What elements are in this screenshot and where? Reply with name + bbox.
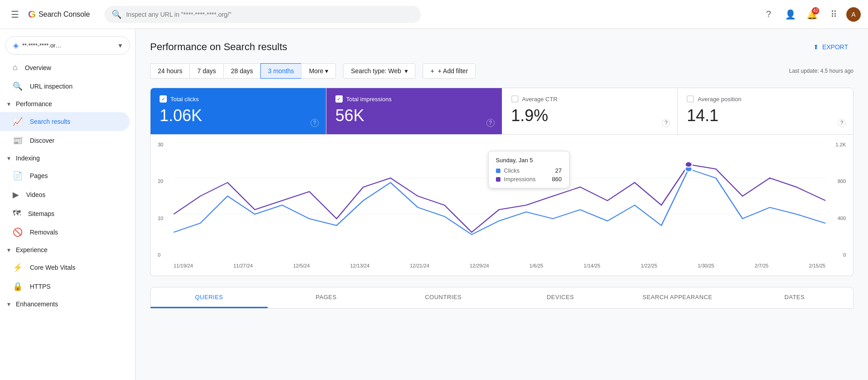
sidebar-item-label: Search results <box>30 118 70 125</box>
topbar-right: ? 👤 🔔 42 ⠿ A <box>760 5 861 23</box>
x-label: 2/15/25 <box>809 263 826 268</box>
filter-7d[interactable]: 7 days <box>189 63 223 79</box>
svg-point-5 <box>685 162 692 167</box>
tab-countries[interactable]: COUNTRIES <box>385 287 502 308</box>
sidebar-section-indexing[interactable]: ▾ Indexing <box>0 150 135 166</box>
export-button[interactable]: ⬆ EXPORT <box>808 40 854 54</box>
ctr-label: Average CTR <box>522 96 558 103</box>
y-label: 20 <box>158 178 171 184</box>
apps-button[interactable]: ⠿ <box>825 5 843 23</box>
notifications-button[interactable]: 🔔 42 <box>803 5 821 23</box>
sidebar-item-pages[interactable]: 📄 Pages <box>0 166 130 185</box>
section-label: Experience <box>16 246 47 253</box>
sidebar-item-url-inspection[interactable]: 🔍 URL inspection <box>0 77 130 96</box>
main-content: Performance on Search results ⬆ EXPORT 2… <box>136 29 868 380</box>
sidebar-item-label: HTTPS <box>30 283 51 290</box>
position-help-button[interactable]: ? <box>838 119 846 127</box>
main-layout: ◈ **·****-****.or… ▾ ⌂ Overview 🔍 URL in… <box>0 29 868 380</box>
tab-dates[interactable]: DATES <box>736 287 853 308</box>
sidebar-item-https[interactable]: 🔒 HTTPS <box>0 277 130 296</box>
y-label: 10 <box>158 216 171 221</box>
accounts-button[interactable]: 👤 <box>781 5 799 23</box>
sidebar-item-sitemaps[interactable]: 🗺 Sitemaps <box>0 204 130 223</box>
tooltip-clicks-label: Clicks <box>504 167 552 174</box>
sidebar-item-removals[interactable]: 🚫 Removals <box>0 223 130 242</box>
clicks-value: 1.06K <box>160 106 317 125</box>
impressions-help-button[interactable]: ? <box>486 119 495 127</box>
position-label: Average position <box>698 96 741 103</box>
filter-28d[interactable]: 28 days <box>223 63 260 79</box>
x-label: 2/7/25 <box>755 263 769 268</box>
clicks-label: Total clicks <box>170 96 199 103</box>
section-label: Enhancements <box>16 300 58 308</box>
sidebar-item-label: Videos <box>26 191 46 198</box>
y-label: 0 <box>158 252 171 258</box>
metric-card-clicks: Total clicks 1.06K ? <box>151 88 326 134</box>
sidebar-item-label: Removals <box>30 229 58 236</box>
site-selector-text: **·****-****.or… <box>22 42 115 49</box>
add-filter-button[interactable]: + + Add filter <box>423 63 476 79</box>
menu-icon[interactable]: ☰ <box>7 5 23 23</box>
url-inspect-input[interactable] <box>126 11 414 18</box>
sidebar-section-performance[interactable]: ▾ Performance <box>0 96 135 112</box>
x-label: 1/6/25 <box>529 263 543 268</box>
sidebar-section-enhancements[interactable]: ▾ Enhancements <box>0 296 135 312</box>
filter-bar: 24 hours 7 days 28 days 3 months More ▾ … <box>150 63 854 79</box>
tab-search-appearance[interactable]: SEARCH APPEARANCE <box>619 287 736 308</box>
section-label: Performance <box>16 100 52 108</box>
impressions-label: Total impressions <box>346 96 392 103</box>
sidebar-item-core-web-vitals[interactable]: ⚡ Core Web Vitals <box>0 258 130 277</box>
sidebar-item-search-results[interactable]: 📈 Search results <box>0 112 130 131</box>
help-button[interactable]: ? <box>760 5 778 23</box>
impressions-checkbox[interactable] <box>335 95 343 103</box>
sidebar-item-videos[interactable]: ▶ Videos <box>0 185 130 204</box>
search-icon: 🔍 <box>112 9 122 19</box>
x-label: 11/27/24 <box>233 263 253 268</box>
tooltip-clicks-value: 27 <box>555 167 561 174</box>
tab-pages[interactable]: PAGES <box>268 287 385 308</box>
clicks-checkbox[interactable] <box>160 95 167 103</box>
export-icon: ⬆ <box>813 43 819 51</box>
search-type-filter[interactable]: Search type: Web ▾ <box>343 63 415 79</box>
x-label: 1/22/25 <box>641 263 657 268</box>
filter-3months[interactable]: 3 months <box>260 63 302 79</box>
tooltip-impressions-label: Impressions <box>504 176 548 183</box>
tooltip-impressions-row: Impressions 860 <box>496 176 562 183</box>
video-icon: ▶ <box>13 190 19 200</box>
chart-wrapper: 30 20 10 0 1.2K 800 400 0 <box>158 142 846 259</box>
filter-more[interactable]: More ▾ <box>301 63 336 79</box>
sidebar: ◈ **·****-****.or… ▾ ⌂ Overview 🔍 URL in… <box>0 29 136 380</box>
app-logo: G Search Console <box>28 9 90 20</box>
pages-icon: 📄 <box>13 171 23 181</box>
ctr-checkbox[interactable] <box>511 95 519 103</box>
position-checkbox[interactable] <box>687 95 694 103</box>
sidebar-item-label: Sitemaps <box>28 210 54 217</box>
sidebar-item-overview[interactable]: ⌂ Overview <box>0 58 130 77</box>
position-value: 14.1 <box>687 106 844 125</box>
collapse-icon: ▾ <box>7 155 10 162</box>
ctr-value: 1.9% <box>511 106 669 125</box>
user-avatar[interactable]: A <box>846 7 861 22</box>
sidebar-section-experience[interactable]: ▾ Experience <box>0 242 135 258</box>
export-label: EXPORT <box>822 43 848 51</box>
sidebar-item-discover[interactable]: 📰 Discover <box>0 131 130 150</box>
site-selector[interactable]: ◈ **·****-****.or… ▾ <box>5 36 130 55</box>
chart-y-left: 30 20 10 0 <box>158 142 171 259</box>
x-label: 12/13/24 <box>350 263 369 268</box>
filter-24h[interactable]: 24 hours <box>150 63 189 79</box>
chevron-down-icon: ▾ <box>325 67 328 75</box>
ctr-help-button[interactable]: ? <box>662 119 670 127</box>
site-selector-chevron: ▾ <box>118 41 122 50</box>
y-right-label: 0 <box>828 252 846 258</box>
chart-y-right: 1.2K 800 400 0 <box>828 142 846 259</box>
topbar: ☰ G Search Console 🔍 ? 👤 🔔 42 ⠿ A <box>0 0 868 29</box>
metric-card-position: Average position 14.1 ? <box>678 88 853 134</box>
url-inspect-search[interactable]: 🔍 <box>104 6 421 23</box>
tab-queries[interactable]: QUERIES <box>151 287 268 308</box>
tab-devices[interactable]: DEVICES <box>502 287 619 308</box>
clicks-help-button[interactable]: ? <box>311 119 319 127</box>
sidebar-item-label: Pages <box>30 172 48 179</box>
chevron-down-icon: ▾ <box>405 67 408 75</box>
collapse-icon: ▾ <box>7 246 10 253</box>
tooltip-clicks-row: Clicks 27 <box>496 167 562 174</box>
